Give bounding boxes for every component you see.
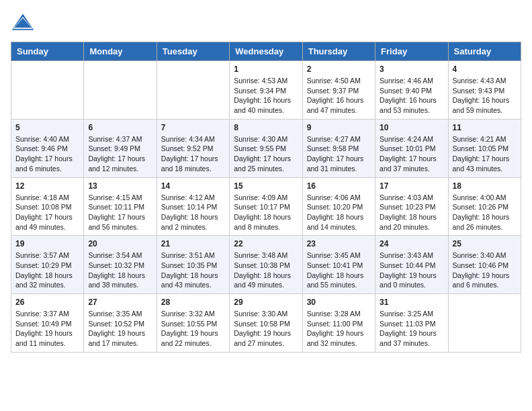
day-number: 14 <box>161 181 225 191</box>
day-number: 8 <box>234 123 298 132</box>
day-info: Sunrise: 4:21 AM Sunset: 10:05 PM Daylig… <box>453 134 517 174</box>
calendar-cell: 22Sunrise: 3:48 AM Sunset: 10:38 PM Dayl… <box>230 236 302 294</box>
column-header-sunday: Sunday <box>11 42 84 61</box>
calendar-cell: 19Sunrise: 3:57 AM Sunset: 10:29 PM Dayl… <box>11 236 84 294</box>
calendar-week-row: 12Sunrise: 4:18 AM Sunset: 10:08 PM Dayl… <box>11 177 521 236</box>
logo-icon <box>11 11 35 35</box>
day-info: Sunrise: 4:53 AM Sunset: 9:34 PM Dayligh… <box>234 76 298 116</box>
calendar-cell: 25Sunrise: 3:40 AM Sunset: 10:46 PM Dayl… <box>448 236 521 294</box>
calendar-cell: 24Sunrise: 3:43 AM Sunset: 10:44 PM Dayl… <box>375 236 448 294</box>
day-number: 31 <box>380 298 443 307</box>
calendar-week-row: 1Sunrise: 4:53 AM Sunset: 9:34 PM Daylig… <box>11 61 521 120</box>
calendar-cell: 14Sunrise: 4:12 AM Sunset: 10:14 PM Dayl… <box>157 177 229 236</box>
day-number: 27 <box>88 298 152 307</box>
day-info: Sunrise: 3:57 AM Sunset: 10:29 PM Daylig… <box>15 250 79 290</box>
day-number: 20 <box>88 239 152 248</box>
day-info: Sunrise: 4:09 AM Sunset: 10:17 PM Daylig… <box>234 193 298 232</box>
day-number: 13 <box>88 181 152 191</box>
day-number: 7 <box>161 123 225 132</box>
calendar-cell: 18Sunrise: 4:00 AM Sunset: 10:26 PM Dayl… <box>448 177 521 236</box>
calendar-header-row: SundayMondayTuesdayWednesdayThursdayFrid… <box>11 42 521 61</box>
day-info: Sunrise: 3:30 AM Sunset: 10:58 PM Daylig… <box>234 309 298 349</box>
calendar-cell: 5Sunrise: 4:40 AM Sunset: 9:46 PM Daylig… <box>11 119 84 177</box>
day-number: 26 <box>15 298 79 307</box>
day-info: Sunrise: 3:45 AM Sunset: 10:41 PM Daylig… <box>307 250 371 290</box>
day-info: Sunrise: 4:34 AM Sunset: 9:52 PM Dayligh… <box>161 134 225 174</box>
day-info: Sunrise: 4:30 AM Sunset: 9:55 PM Dayligh… <box>234 134 298 174</box>
day-number: 28 <box>161 298 225 307</box>
calendar-cell: 4Sunrise: 4:43 AM Sunset: 9:43 PM Daylig… <box>448 61 521 120</box>
calendar-cell: 12Sunrise: 4:18 AM Sunset: 10:08 PM Dayl… <box>11 177 84 236</box>
day-number: 4 <box>453 64 517 74</box>
day-info: Sunrise: 4:03 AM Sunset: 10:23 PM Daylig… <box>380 193 443 232</box>
calendar-week-row: 5Sunrise: 4:40 AM Sunset: 9:46 PM Daylig… <box>11 119 521 177</box>
day-info: Sunrise: 4:43 AM Sunset: 9:43 PM Dayligh… <box>453 76 517 116</box>
calendar-cell: 2Sunrise: 4:50 AM Sunset: 9:37 PM Daylig… <box>302 61 375 120</box>
day-info: Sunrise: 4:40 AM Sunset: 9:46 PM Dayligh… <box>15 134 79 174</box>
day-number: 11 <box>453 123 517 132</box>
day-info: Sunrise: 4:15 AM Sunset: 10:11 PM Daylig… <box>88 193 152 232</box>
calendar-cell: 28Sunrise: 3:32 AM Sunset: 10:55 PM Dayl… <box>157 294 229 353</box>
calendar-cell: 29Sunrise: 3:30 AM Sunset: 10:58 PM Dayl… <box>230 294 302 353</box>
column-header-friday: Friday <box>375 42 448 61</box>
day-number: 1 <box>234 64 298 74</box>
logo <box>11 11 38 35</box>
calendar-cell: 30Sunrise: 3:28 AM Sunset: 11:00 PM Dayl… <box>302 294 375 353</box>
day-number: 17 <box>380 181 443 191</box>
calendar-cell: 23Sunrise: 3:45 AM Sunset: 10:41 PM Dayl… <box>302 236 375 294</box>
calendar-cell: 15Sunrise: 4:09 AM Sunset: 10:17 PM Dayl… <box>230 177 302 236</box>
day-info: Sunrise: 4:37 AM Sunset: 9:49 PM Dayligh… <box>88 134 152 174</box>
day-info: Sunrise: 3:37 AM Sunset: 10:49 PM Daylig… <box>15 309 79 349</box>
column-header-wednesday: Wednesday <box>230 42 302 61</box>
column-header-thursday: Thursday <box>302 42 375 61</box>
day-info: Sunrise: 3:48 AM Sunset: 10:38 PM Daylig… <box>234 250 298 290</box>
calendar-cell: 27Sunrise: 3:35 AM Sunset: 10:52 PM Dayl… <box>84 294 157 353</box>
calendar-cell: 1Sunrise: 4:53 AM Sunset: 9:34 PM Daylig… <box>230 61 302 120</box>
calendar-cell: 16Sunrise: 4:06 AM Sunset: 10:20 PM Dayl… <box>302 177 375 236</box>
calendar-cell: 11Sunrise: 4:21 AM Sunset: 10:05 PM Dayl… <box>448 119 521 177</box>
day-info: Sunrise: 3:51 AM Sunset: 10:35 PM Daylig… <box>161 250 225 290</box>
calendar-cell: 17Sunrise: 4:03 AM Sunset: 10:23 PM Dayl… <box>375 177 448 236</box>
column-header-saturday: Saturday <box>448 42 521 61</box>
day-number: 6 <box>88 123 152 132</box>
day-number: 2 <box>307 64 371 74</box>
day-info: Sunrise: 4:12 AM Sunset: 10:14 PM Daylig… <box>161 193 225 232</box>
day-number: 25 <box>453 239 517 248</box>
calendar-cell: 21Sunrise: 3:51 AM Sunset: 10:35 PM Dayl… <box>157 236 229 294</box>
day-info: Sunrise: 3:35 AM Sunset: 10:52 PM Daylig… <box>88 309 152 349</box>
day-info: Sunrise: 4:06 AM Sunset: 10:20 PM Daylig… <box>307 193 371 232</box>
calendar-cell: 20Sunrise: 3:54 AM Sunset: 10:32 PM Dayl… <box>84 236 157 294</box>
day-info: Sunrise: 3:43 AM Sunset: 10:44 PM Daylig… <box>380 250 443 290</box>
day-info: Sunrise: 3:25 AM Sunset: 11:03 PM Daylig… <box>380 309 443 349</box>
page-header <box>11 11 521 35</box>
day-number: 5 <box>15 123 79 132</box>
day-number: 9 <box>307 123 371 132</box>
day-number: 18 <box>453 181 517 191</box>
calendar-week-row: 26Sunrise: 3:37 AM Sunset: 10:49 PM Dayl… <box>11 294 521 353</box>
day-info: Sunrise: 4:18 AM Sunset: 10:08 PM Daylig… <box>15 193 79 232</box>
column-header-monday: Monday <box>84 42 157 61</box>
calendar-cell <box>84 61 157 120</box>
day-info: Sunrise: 3:40 AM Sunset: 10:46 PM Daylig… <box>453 250 517 290</box>
calendar-cell: 3Sunrise: 4:46 AM Sunset: 9:40 PM Daylig… <box>375 61 448 120</box>
day-info: Sunrise: 4:00 AM Sunset: 10:26 PM Daylig… <box>453 193 517 232</box>
calendar-cell: 13Sunrise: 4:15 AM Sunset: 10:11 PM Dayl… <box>84 177 157 236</box>
calendar-cell: 7Sunrise: 4:34 AM Sunset: 9:52 PM Daylig… <box>157 119 229 177</box>
day-info: Sunrise: 4:46 AM Sunset: 9:40 PM Dayligh… <box>380 76 443 116</box>
calendar-week-row: 19Sunrise: 3:57 AM Sunset: 10:29 PM Dayl… <box>11 236 521 294</box>
day-number: 29 <box>234 298 298 307</box>
calendar-table: SundayMondayTuesdayWednesdayThursdayFrid… <box>11 42 521 353</box>
calendar-cell: 9Sunrise: 4:27 AM Sunset: 9:58 PM Daylig… <box>302 119 375 177</box>
day-number: 30 <box>307 298 371 307</box>
day-number: 10 <box>380 123 443 132</box>
calendar-cell: 26Sunrise: 3:37 AM Sunset: 10:49 PM Dayl… <box>11 294 84 353</box>
day-number: 21 <box>161 239 225 248</box>
calendar-cell: 31Sunrise: 3:25 AM Sunset: 11:03 PM Dayl… <box>375 294 448 353</box>
column-header-tuesday: Tuesday <box>157 42 229 61</box>
day-number: 23 <box>307 239 371 248</box>
day-info: Sunrise: 3:54 AM Sunset: 10:32 PM Daylig… <box>88 250 152 290</box>
day-number: 3 <box>380 64 443 74</box>
calendar-cell <box>11 61 84 120</box>
day-info: Sunrise: 4:27 AM Sunset: 9:58 PM Dayligh… <box>307 134 371 174</box>
day-number: 12 <box>15 181 79 191</box>
